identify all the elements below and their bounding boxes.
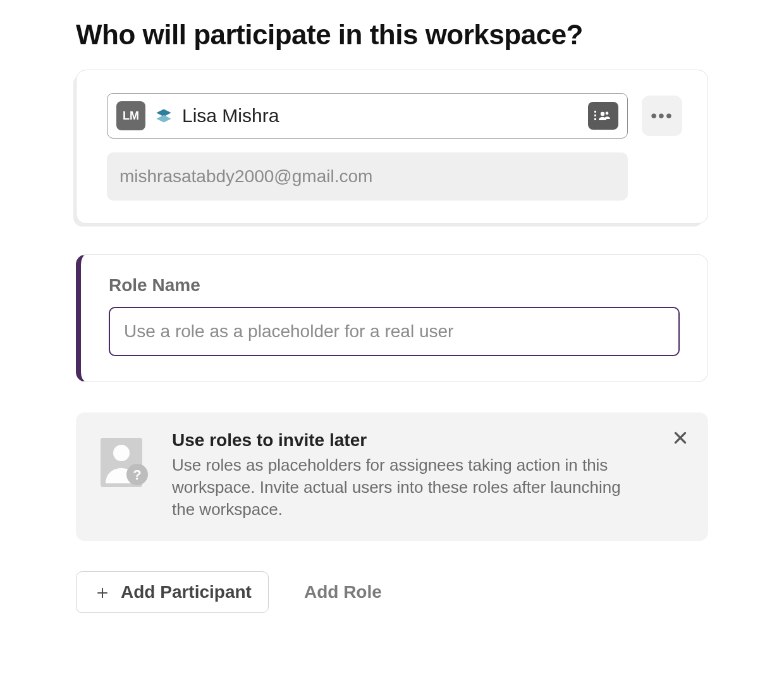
- role-card: Role Name: [76, 254, 708, 382]
- role-name-label: Role Name: [109, 275, 680, 295]
- participant-name: Lisa Mishra: [182, 105, 579, 127]
- role-name-input[interactable]: [109, 307, 680, 356]
- info-description: Use roles as placeholders for assignees …: [172, 454, 640, 521]
- person-question-icon: ?: [95, 430, 156, 521]
- add-participant-label: Add Participant: [121, 582, 252, 602]
- add-participant-button[interactable]: ＋ Add Participant: [76, 571, 269, 613]
- plus-icon: ＋: [93, 583, 112, 602]
- roles-info-banner: ? Use roles to invite later Use roles as…: [76, 412, 708, 541]
- address-book-button[interactable]: [588, 102, 618, 130]
- avatar: LM: [116, 101, 145, 130]
- participant-card: LM Lisa Mishra: [76, 70, 708, 224]
- ellipsis-icon: •••: [651, 106, 673, 126]
- add-role-button[interactable]: Add Role: [304, 582, 382, 602]
- participant-email: mishrasatabdy2000@gmail.com: [119, 166, 372, 187]
- svg-rect-5: [594, 118, 596, 120]
- participant-name-field[interactable]: LM Lisa Mishra: [107, 93, 628, 139]
- svg-point-9: [113, 445, 130, 461]
- info-title: Use roles to invite later: [172, 430, 689, 450]
- svg-point-6: [601, 112, 604, 116]
- participant-row: LM Lisa Mishra: [107, 93, 682, 139]
- svg-marker-1: [156, 115, 171, 123]
- svg-point-7: [606, 112, 609, 115]
- svg-text:?: ?: [133, 467, 141, 483]
- stack-icon: [154, 106, 173, 125]
- more-menu-button[interactable]: •••: [642, 96, 682, 136]
- participant-email-field[interactable]: mishrasatabdy2000@gmail.com: [107, 152, 628, 201]
- svg-rect-4: [594, 115, 596, 116]
- actions-row: ＋ Add Participant Add Role: [76, 571, 708, 613]
- dismiss-info-button[interactable]: [668, 425, 693, 450]
- page-title: Who will participate in this workspace?: [76, 19, 708, 51]
- close-icon: [672, 430, 689, 446]
- svg-rect-3: [594, 111, 596, 113]
